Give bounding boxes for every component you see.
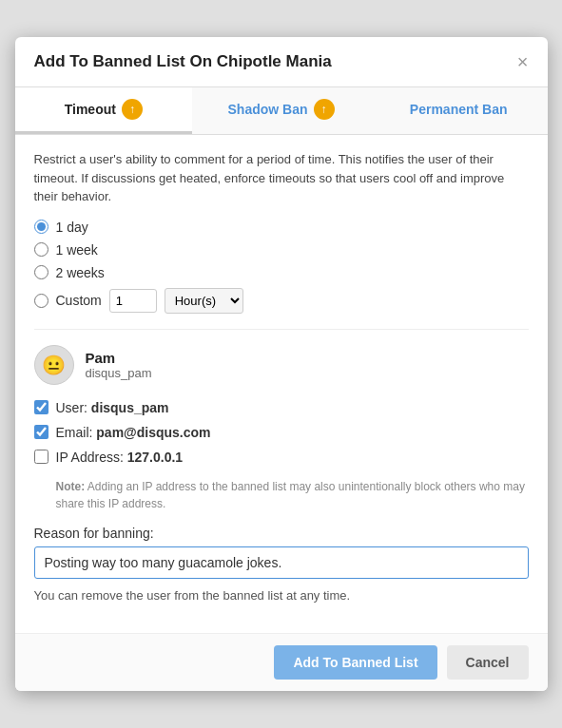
- duration-radio-group: 1 day 1 week 2 weeks Custom Hour(s) Day(…: [34, 220, 529, 314]
- avatar: 😐: [34, 345, 74, 385]
- avatar-icon: 😐: [42, 354, 66, 376]
- radio-1day-input[interactable]: [34, 220, 48, 234]
- checkbox-ip-label: IP Address: 127.0.0.1: [56, 450, 184, 465]
- ip-note: Note: Adding an IP address to the banned…: [56, 478, 529, 512]
- radio-1week[interactable]: 1 week: [34, 242, 529, 258]
- checkbox-email-input[interactable]: [34, 425, 48, 439]
- modal-header: Add To Banned List On Chipotle Mania ×: [15, 37, 548, 87]
- checkbox-ip-value: 127.0.0.1: [127, 450, 183, 465]
- ban-target-checkboxes: User: disqus_pam Email: pam@disqus.com I…: [34, 400, 529, 465]
- reason-label: Reason for banning:: [34, 526, 529, 541]
- tab-timeout[interactable]: Timeout ↑: [15, 87, 193, 134]
- custom-unit-select[interactable]: Hour(s) Day(s) Week(s): [165, 288, 243, 314]
- divider-1: [34, 329, 529, 330]
- custom-value-input[interactable]: [109, 289, 157, 313]
- user-handle: disqus_pam: [86, 366, 152, 380]
- timeout-icon: ↑: [122, 99, 143, 120]
- tab-timeout-label: Timeout: [65, 102, 116, 117]
- checkbox-email[interactable]: Email: pam@disqus.com: [34, 425, 529, 440]
- radio-2weeks-input[interactable]: [34, 265, 48, 279]
- checkbox-ip-prefix: IP Address:: [56, 450, 124, 465]
- radio-custom-input[interactable]: [34, 294, 48, 308]
- add-to-banned-list-button[interactable]: Add To Banned List: [274, 645, 436, 680]
- modal-title: Add To Banned List On Chipotle Mania: [34, 52, 332, 71]
- checkbox-user-prefix: User:: [56, 400, 87, 415]
- tabs-bar: Timeout ↑ Shadow Ban ↑ Permanent Ban: [15, 87, 548, 135]
- checkbox-email-label: Email: pam@disqus.com: [56, 425, 211, 440]
- user-info: 😐 Pam disqus_pam: [34, 345, 529, 385]
- radio-custom-label: Custom: [56, 293, 102, 308]
- close-button[interactable]: ×: [517, 52, 529, 71]
- checkbox-user[interactable]: User: disqus_pam: [34, 400, 529, 415]
- modal-footer: Add To Banned List Cancel: [15, 633, 548, 691]
- checkbox-user-input[interactable]: [34, 400, 48, 414]
- radio-1day[interactable]: 1 day: [34, 220, 529, 235]
- reason-input[interactable]: [34, 546, 529, 579]
- tab-permanent-ban-label: Permanent Ban: [410, 102, 508, 117]
- checkbox-ip-input[interactable]: [34, 450, 48, 464]
- checkbox-email-prefix: Email:: [56, 425, 93, 440]
- remove-note: You can remove the user from the banned …: [34, 588, 529, 603]
- radio-custom[interactable]: Custom Hour(s) Day(s) Week(s): [34, 288, 529, 314]
- description-text: Restrict a user's ability to comment for…: [34, 150, 529, 206]
- checkbox-user-label: User: disqus_pam: [56, 400, 169, 415]
- tab-shadow-ban-label: Shadow Ban: [228, 102, 308, 117]
- ip-note-prefix: Note:: [56, 480, 86, 493]
- shadow-ban-icon: ↑: [314, 99, 335, 120]
- cancel-button[interactable]: Cancel: [447, 645, 529, 680]
- radio-2weeks-label: 2 weeks: [56, 265, 105, 280]
- modal-body: Restrict a user's ability to comment for…: [15, 135, 548, 633]
- user-display-name: Pam: [86, 350, 152, 366]
- ban-modal: Add To Banned List On Chipotle Mania × T…: [15, 37, 548, 691]
- radio-2weeks[interactable]: 2 weeks: [34, 265, 529, 280]
- tab-permanent-ban[interactable]: Permanent Ban: [370, 87, 548, 134]
- checkbox-email-value: pam@disqus.com: [96, 425, 210, 440]
- radio-1week-label: 1 week: [56, 242, 98, 258]
- ip-note-text: Adding an IP address to the banned list …: [56, 480, 525, 510]
- user-details: Pam disqus_pam: [86, 350, 152, 380]
- tab-shadow-ban[interactable]: Shadow Ban ↑: [192, 87, 370, 134]
- radio-1week-input[interactable]: [34, 242, 48, 257]
- radio-1day-label: 1 day: [56, 220, 88, 235]
- checkbox-user-value: disqus_pam: [91, 400, 169, 415]
- checkbox-ip[interactable]: IP Address: 127.0.0.1: [34, 450, 529, 465]
